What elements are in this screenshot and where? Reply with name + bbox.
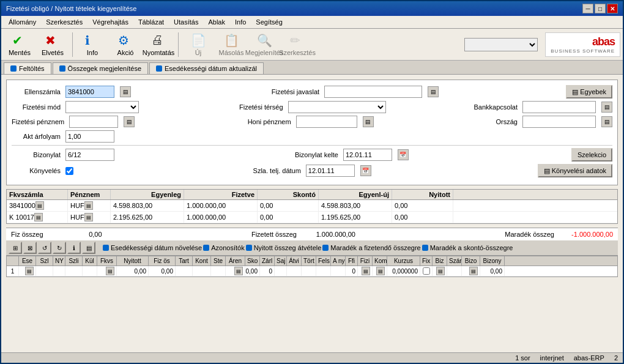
print-button[interactable]: 🖨 Nyomtatás	[143, 31, 174, 59]
honi-penznem-browse-icon[interactable]: ▤	[363, 116, 374, 127]
konyvelesiadatok-button[interactable]: ▤ Könyvelési adatok	[538, 164, 612, 177]
bt-btn-3[interactable]: ↺	[38, 242, 51, 254]
view-button[interactable]: 🔍 Megjelenítés	[248, 31, 280, 59]
table-row: 3841000 ▤ HUF ▤ 4.598.803,00 1.000.000,0…	[7, 200, 617, 212]
menu-utasitas[interactable]: Utasítás	[169, 17, 203, 27]
fizetesi-penznem-browse-icon[interactable]: ▤	[124, 116, 135, 127]
orszag-browse-icon[interactable]: ▤	[601, 116, 612, 127]
fix-checkbox[interactable]	[423, 267, 430, 275]
egyebek-label: Egyebek	[580, 88, 606, 95]
kom-browse-icon[interactable]: ▤	[376, 267, 385, 275]
ese-browse-icon[interactable]: ▤	[25, 267, 34, 275]
aren-browse-icon[interactable]: ▤	[234, 267, 243, 275]
bankkapcsolat-input[interactable]	[522, 101, 596, 113]
szla-telj-datum-browse-icon[interactable]: 📅	[360, 165, 371, 176]
bt-btn-1[interactable]: ⊞	[9, 242, 22, 254]
fizetesi-javaslat-browse-icon[interactable]: ▤	[428, 86, 439, 97]
save-button[interactable]: ✔ Mentés	[4, 31, 35, 59]
fizi-browse-icon[interactable]: ▤	[362, 267, 370, 275]
bankkapcsolat-browse-icon[interactable]: ▤	[601, 102, 612, 113]
egyebek-icon: ▤	[572, 88, 578, 96]
toolbar: ✔ Mentés ✖ Elvetés ℹ Info ⚙ Akció 🖨 Nyom…	[1, 29, 623, 61]
bt-btn-5[interactable]: ℹ	[67, 242, 81, 254]
action-button[interactable]: ⚙ Akció	[110, 31, 141, 59]
fkv2-browse-icon[interactable]: ▤	[34, 213, 43, 221]
tab-osszegek[interactable]: Összegek megjelenítése	[53, 62, 148, 74]
esedekessegi-option[interactable]: Esedékességi dátum növelése	[103, 244, 202, 251]
bizonylat-kelte-input[interactable]	[343, 149, 392, 161]
maximize-button[interactable]: □	[595, 4, 606, 13]
fizetesi-mod-label: Fizetési mód	[12, 103, 61, 111]
cancel-button[interactable]: ✖ Elvetés	[37, 31, 69, 59]
drd-fizos: 0,00	[149, 266, 176, 276]
edit-button[interactable]: ✏ Szerkesztés	[281, 31, 313, 59]
penznem2-browse-icon[interactable]: ▤	[84, 213, 93, 221]
bt-btn-6[interactable]: ▤	[82, 242, 95, 254]
dth-szli: Szli	[65, 256, 83, 266]
edit-icon: ✏	[290, 33, 305, 48]
cancel-label: Elvetés	[42, 49, 64, 56]
drd-sko: 0,00	[245, 266, 260, 276]
cell-egyenleg-1: 4.598.803,00	[111, 200, 184, 211]
summary-row: Fiz összeg 0,00 Fizetett összeg 1.000.00…	[6, 228, 618, 240]
szelekcio-button[interactable]: Szelekcio	[571, 148, 612, 162]
maradek-fizetendo-option[interactable]: Maradék a fizetendő összegre	[322, 244, 420, 251]
toolbar-dropdown[interactable]	[464, 38, 538, 51]
main-content: Ellenszámla 3841000 ▤ Fizetési javaslat …	[1, 75, 623, 352]
fkvs-browse-icon[interactable]: ▤	[106, 267, 114, 275]
edit-label: Szerkesztés	[279, 49, 316, 56]
info-button[interactable]: ℹ Info	[76, 31, 108, 59]
fizetesi-terseg-select[interactable]	[288, 101, 386, 113]
maradek-skonto-option[interactable]: Maradék a skontó-összegre	[422, 244, 513, 251]
new-button[interactable]: 📄 Új	[182, 31, 214, 59]
cell-skonto-1: 0,00	[258, 200, 319, 211]
title-buttons: ─ □ ✕	[582, 4, 618, 13]
fizetesi-penznem-input[interactable]	[69, 116, 118, 128]
dth-bizo: Bizo	[462, 256, 480, 266]
bt-btn-4[interactable]: ↻	[53, 242, 66, 254]
form-row-6: Könyvelés Szla. telj. dátum 📅 ▤ Könyvelé…	[12, 164, 612, 177]
ellenszamla-input[interactable]: 3841000	[65, 86, 114, 98]
bizo-browse-icon[interactable]: ▤	[469, 267, 478, 275]
tab-esedekessegi[interactable]: Esedékességi dátum aktualizál	[149, 62, 264, 74]
azonositok-option[interactable]: Azonosítók	[203, 244, 244, 251]
biz-browse-icon[interactable]: ▤	[436, 267, 445, 275]
szla-telj-datum-input[interactable]	[306, 165, 355, 177]
fizetesi-javaslat-input[interactable]	[324, 86, 422, 98]
copy-icon: 📋	[224, 33, 239, 48]
dth-ese: Ese	[19, 256, 36, 266]
akt-arfolyam-input[interactable]: 1,00	[65, 130, 114, 143]
konyvelesi-checkbox[interactable]	[65, 167, 73, 175]
view-label: Megjelenítés	[245, 49, 283, 56]
penznem1-browse-icon[interactable]: ▤	[84, 201, 93, 210]
honi-penznem-input[interactable]	[296, 116, 357, 128]
toolbar-separator-1	[72, 32, 73, 57]
bizonylat-kelte-browse-icon[interactable]: 📅	[398, 149, 409, 160]
ellenszamla-browse-icon[interactable]: ▤	[120, 86, 131, 97]
menu-szerkesztes[interactable]: Szerkesztés	[41, 17, 87, 27]
minimize-button[interactable]: ─	[582, 4, 593, 13]
print-icon: 🖨	[151, 33, 166, 48]
menu-segitseg[interactable]: Segítség	[251, 17, 287, 27]
close-button[interactable]: ✕	[607, 4, 618, 13]
egyebek-button[interactable]: ▤ Egyebek	[566, 85, 612, 98]
copy-button[interactable]: 📋 Másolás	[215, 31, 247, 59]
col-penznem: Pénznem	[68, 190, 111, 199]
menu-vegrehajtras[interactable]: Végrehajtás	[87, 17, 133, 27]
nyitott-option[interactable]: Nyitott összeg átvétele	[246, 244, 322, 251]
fizetesi-mod-select[interactable]	[65, 101, 139, 113]
cell-egyenl-uj-1: 4.598.803,00	[319, 200, 392, 211]
bizonylat-input[interactable]	[65, 149, 114, 161]
menu-allomany[interactable]: Állomány	[4, 17, 41, 27]
orszag-input[interactable]	[522, 116, 596, 128]
menu-ablak[interactable]: Ablak	[203, 17, 230, 27]
menu-info[interactable]: Info	[230, 17, 251, 27]
action-label: Akció	[117, 49, 134, 56]
menu-tablazat[interactable]: Táblázat	[133, 17, 169, 27]
fkv1-browse-icon[interactable]: ▤	[35, 201, 44, 210]
drd-bizo: ▤	[462, 266, 480, 276]
bt-btn-2[interactable]: ⊠	[23, 242, 37, 254]
form-row-3: Fizetési pénznem ▤ Honi pénznem ▤ Ország…	[12, 116, 612, 128]
esedekessegi-label: Esedékességi dátum növelése	[111, 244, 202, 251]
tab-feltoltes[interactable]: Feltöltés	[4, 62, 51, 74]
